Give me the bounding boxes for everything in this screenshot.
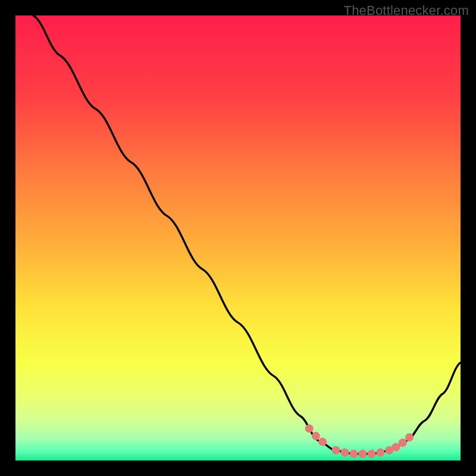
data-marker-1 xyxy=(312,432,320,440)
bottleneck-chart xyxy=(15,15,461,461)
data-marker-12 xyxy=(405,433,414,441)
data-marker-0 xyxy=(305,424,314,433)
data-marker-3 xyxy=(332,446,340,455)
data-marker-5 xyxy=(349,450,358,458)
chart-background xyxy=(15,15,461,461)
data-marker-7 xyxy=(367,450,375,458)
data-marker-2 xyxy=(318,438,327,446)
data-marker-8 xyxy=(376,449,384,457)
data-marker-6 xyxy=(358,450,367,458)
watermark-label: TheBottlenecker.com xyxy=(344,3,469,18)
data-marker-4 xyxy=(341,449,349,457)
data-marker-11 xyxy=(399,439,407,447)
chart-frame: TheBottlenecker.com xyxy=(0,0,476,476)
